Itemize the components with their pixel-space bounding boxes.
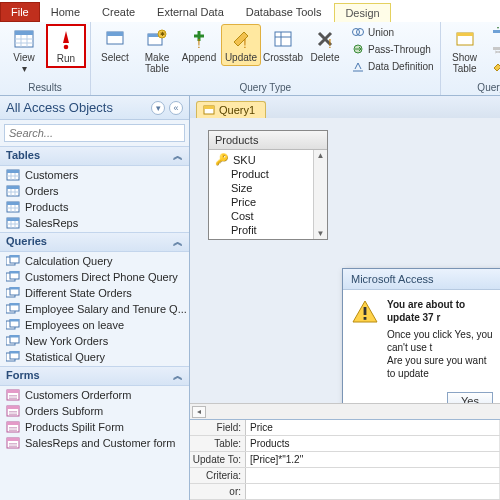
view-button[interactable]: View▾ [4,24,44,77]
delete-rows-icon [491,42,500,56]
fieldlist-field[interactable]: Size [209,181,313,195]
nav-item-query[interactable]: New York Orders [0,333,189,349]
svg-text:✱: ✱ [160,31,165,37]
svg-rect-25 [493,30,500,33]
svg-rect-87 [364,317,367,320]
fieldlist-field[interactable]: Price [209,195,313,209]
run-label: Run [57,53,75,64]
nav-item-table[interactable]: Orders [0,183,189,199]
tab-file[interactable]: File [0,2,40,22]
svg-rect-28 [7,170,19,173]
nav-item-query[interactable]: Statistical Query [0,349,189,365]
nav-cat-forms[interactable]: Forms︽ [0,366,189,386]
nav-item-label: Calculation Query [25,255,112,267]
make-table-button[interactable]: ✱ Make Table [137,24,177,77]
nav-cat-queries[interactable]: Queries︽ [0,232,189,252]
crosstab-button[interactable]: Crosstab [263,24,303,66]
datadef-button[interactable]: Data Definition [349,58,436,74]
show-table-button[interactable]: Show Table [445,24,485,77]
union-button[interactable]: Union [349,24,436,40]
insert-rows-icon [491,25,500,39]
fieldlist-field[interactable]: Cost [209,209,313,223]
delete-query-icon: ! [313,27,337,51]
grid-criteria-cell[interactable] [246,468,500,483]
nav-item-query[interactable]: Employees on leave [0,317,189,333]
nav-item-form[interactable]: Products Spilit Form [0,419,189,435]
crosstab-label: Crosstab [263,52,303,63]
show-table-label: Show Table [452,52,477,74]
grid-field-cell[interactable]: Price [246,420,500,435]
design-grid[interactable]: Field:Price Table:Products Update To:[Pr… [190,419,500,500]
append-label: Append [182,52,216,63]
fieldlist-field[interactable]: Profit [209,223,313,237]
datadef-label: Data Definition [368,61,434,72]
nav-item-table[interactable]: Customers [0,167,189,183]
svg-rect-85 [204,106,214,109]
tab-create[interactable]: Create [91,2,146,22]
select-query-button[interactable]: Select [95,24,135,66]
run-button[interactable]: Run [46,24,86,68]
scroll-down-icon[interactable]: ▼ [317,229,325,238]
fieldlist-field[interactable]: 🔑SKU [209,152,313,167]
nav-item-table[interactable]: SalesReps [0,215,189,231]
nav-dropdown-icon[interactable]: ▾ [151,101,165,115]
dialog-yes-button[interactable]: Yes [447,392,493,403]
nav-item-query[interactable]: Customers Direct Phone Query [0,269,189,285]
grid-updateto-cell[interactable]: [Price]*"1.2" [246,452,500,467]
nav-item-label: SalesReps and Customer form [25,437,175,449]
nav-search-input[interactable] [4,124,185,142]
nav-item-form[interactable]: Orders Subform [0,403,189,419]
form-icon [6,437,20,449]
append-button[interactable]: ! Append [179,24,219,66]
chevrons-up-icon: ︽ [173,235,183,249]
nav-item-table[interactable]: Products [0,199,189,215]
table-fieldlist[interactable]: Products 🔑SKUProductSizePriceCostProfit … [208,130,328,240]
fieldlist-scrollbar[interactable]: ▲▼ [313,150,327,239]
passthrough-button[interactable]: Pass-Through [349,41,436,57]
builder-button[interactable]: Builder [489,58,500,74]
query-icon [6,351,20,363]
nav-item-label: Products [25,201,68,213]
scroll-left-icon[interactable]: ◂ [192,406,206,418]
union-label: Union [368,27,394,38]
insert-rows-button[interactable]: Insert Rows [489,24,500,40]
union-icon [351,25,365,39]
grid-label-updateto: Update To: [190,452,246,467]
svg-rect-83 [9,446,17,448]
query-icon [203,104,215,116]
nav-item-query[interactable]: Different State Orders [0,285,189,301]
view-label: View▾ [13,52,35,74]
nav-collapse-icon[interactable]: « [169,101,183,115]
passthrough-icon [351,42,365,56]
scroll-up-icon[interactable]: ▲ [317,151,325,160]
tab-database-tools[interactable]: Database Tools [235,2,333,22]
form-icon [6,405,20,417]
nav-item-form[interactable]: SalesReps and Customer form [0,435,189,451]
tab-external-data[interactable]: External Data [146,2,235,22]
tab-home[interactable]: Home [40,2,91,22]
update-button[interactable]: ! Update [221,24,261,66]
group-querysetup-label: Query Setup [445,82,500,94]
nav-cat-forms-label: Forms [6,369,40,383]
svg-rect-67 [10,351,19,354]
update-label: Update [225,52,257,63]
delete-query-button[interactable]: ! Delete [305,24,345,66]
dialog-headline: You are about to update 37 r [387,298,493,324]
nav-item-label: Employee Salary and Tenure Q... [25,303,187,315]
svg-rect-8 [107,32,123,36]
query-tab[interactable]: Query1 [196,101,266,118]
nav-item-form[interactable]: Customers Orderform [0,387,189,403]
svg-rect-33 [7,186,19,189]
nav-cat-tables[interactable]: Tables︽ [0,146,189,166]
exclamation-icon [54,28,78,52]
nav-item-query[interactable]: Calculation Query [0,253,189,269]
datasheet-icon [12,27,36,51]
table-icon [6,185,20,197]
delete-rows-button[interactable]: Delete Rows [489,41,500,57]
fieldlist-title: Products [209,131,327,150]
tab-design[interactable]: Design [334,3,390,22]
nav-item-query[interactable]: Employee Salary and Tenure Q... [0,301,189,317]
grid-or-cell[interactable] [246,484,500,499]
grid-table-cell[interactable]: Products [246,436,500,451]
fieldlist-field[interactable]: Product [209,167,313,181]
